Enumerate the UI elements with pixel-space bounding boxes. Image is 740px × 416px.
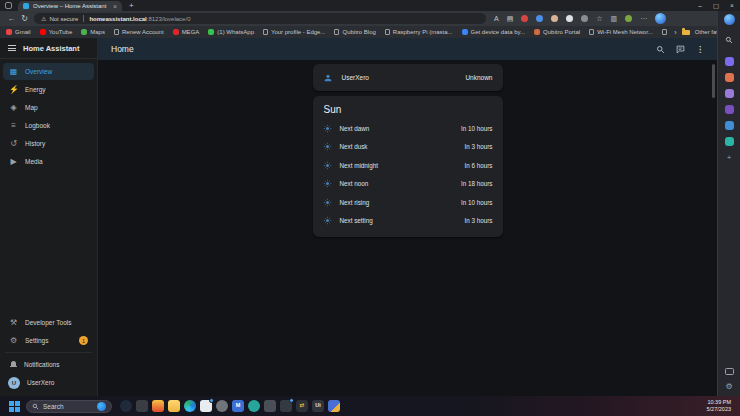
- sidebar-item[interactable]: ◈ Map: [3, 99, 94, 116]
- ha-sidebar-bottom: ⚒ Developer Tools ⚙ Settings 1 Notificat…: [0, 314, 97, 396]
- sidebar-app-icon[interactable]: [725, 73, 734, 82]
- sun-icon: [323, 216, 332, 225]
- divider: [5, 352, 92, 353]
- store-app[interactable]: [200, 400, 212, 412]
- bookmark[interactable]: Qubitro Blog: [334, 29, 375, 35]
- bookmark[interactable]: Get device data by...: [462, 29, 526, 35]
- extension-icon[interactable]: [521, 15, 528, 22]
- sidebar-item-notifications[interactable]: Notifications: [3, 356, 94, 373]
- sidebar-item-icon: ▶: [9, 157, 18, 166]
- copilot-sidebar-icon[interactable]: [724, 14, 735, 25]
- sidebar-item-user[interactable]: U UserXero: [3, 374, 94, 391]
- taskbar-search[interactable]: Search: [26, 400, 112, 413]
- phone-link-app[interactable]: [120, 400, 132, 412]
- profile-avatar[interactable]: [625, 15, 632, 22]
- file-explorer-app[interactable]: [168, 400, 180, 412]
- transfer-app[interactable]: ⇄: [296, 400, 308, 412]
- search-icon[interactable]: [656, 40, 665, 58]
- entity-row[interactable]: Next dawn In 10 hours: [323, 119, 493, 138]
- uipath-app[interactable]: Ui: [312, 400, 324, 412]
- bookmark[interactable]: YouTube: [40, 29, 73, 35]
- sidebar-item-developer-tools[interactable]: ⚒ Developer Tools: [3, 314, 94, 331]
- entity-row[interactable]: Next setting In 3 hours: [323, 212, 493, 231]
- address-bar[interactable]: ⚠ Not secure homeassistant.local :8123/l…: [34, 13, 486, 24]
- display-app[interactable]: [264, 400, 276, 412]
- widgets-app[interactable]: [136, 400, 148, 412]
- globe-app[interactable]: [248, 400, 260, 412]
- more-options-icon[interactable]: ⋯: [640, 15, 647, 23]
- capture-app[interactable]: [280, 400, 292, 412]
- close-button[interactable]: ×: [724, 0, 740, 11]
- entity-row[interactable]: Next noon In 18 hours: [323, 175, 493, 194]
- bookmark[interactable]: Raspberry Pi (masta...: [385, 29, 453, 35]
- menu-icon[interactable]: [8, 45, 16, 51]
- sidebar-item[interactable]: ▦ Overview: [3, 63, 94, 80]
- maximize-button[interactable]: ▢: [708, 0, 724, 11]
- bookmark[interactable]: Wi-Fi Mesh Networ...: [589, 29, 653, 35]
- bookmark[interactable]: Shipping - mStack...: [662, 29, 668, 35]
- bookmark-label: MEGA: [182, 29, 200, 35]
- bookmark-label: Raspberry Pi (masta...: [393, 29, 453, 35]
- collections-icon[interactable]: ▥: [611, 15, 618, 23]
- sidebar-app-icon[interactable]: [725, 105, 734, 114]
- scrollbar[interactable]: [712, 64, 715, 98]
- sidebar-add-button[interactable]: +: [727, 153, 732, 162]
- bookmark-site-icon: [40, 29, 46, 35]
- tab-title: Overview – Home Assistant: [33, 3, 110, 9]
- tab-actions-icon[interactable]: [5, 2, 12, 9]
- read-aloud-icon[interactable]: A: [494, 15, 499, 22]
- entity-row[interactable]: Next rising In 10 hours: [323, 193, 493, 212]
- entity-row[interactable]: Next midnight In 6 hours: [323, 156, 493, 175]
- taskbar-clock[interactable]: 10:39 PM 5/27/2023: [707, 399, 735, 413]
- bookmark-label: Get device data by...: [471, 29, 526, 35]
- bookmark[interactable]: Maps: [81, 29, 105, 35]
- bookmark[interactable]: Gmail: [6, 29, 31, 35]
- bookmark[interactable]: (1) WhatsApp: [208, 29, 254, 35]
- extension-icon[interactable]: [581, 15, 588, 22]
- sidebar-item-settings[interactable]: ⚙ Settings 1: [3, 332, 94, 349]
- code-app[interactable]: M: [232, 400, 244, 412]
- start-button[interactable]: [9, 401, 20, 412]
- flame-app[interactable]: [152, 400, 164, 412]
- sidebar-app-icon[interactable]: [725, 137, 734, 146]
- sidebar-bottom: ⚙: [725, 368, 734, 396]
- sidebar-app-icon[interactable]: [725, 57, 734, 66]
- browser-tab[interactable]: Overview – Home Assistant ×: [18, 1, 122, 11]
- tab-close-icon[interactable]: ×: [113, 3, 117, 10]
- extension-icon[interactable]: [566, 15, 573, 22]
- bookmark[interactable]: Qubitro Portal: [534, 29, 580, 35]
- home-assistant-favicon: [23, 3, 29, 9]
- bookmark[interactable]: MEGA: [173, 29, 200, 35]
- sidebar-app-icon[interactable]: [725, 121, 734, 130]
- favorites-icon[interactable]: ☆: [596, 15, 602, 23]
- security-label[interactable]: Not secure: [49, 16, 78, 22]
- save-page-icon[interactable]: ▤: [507, 15, 514, 23]
- sidebar-item[interactable]: ≡ Logbook: [3, 117, 94, 134]
- overflow-menu-icon[interactable]: ⋮: [696, 45, 704, 54]
- sidebar-item[interactable]: ▶ Media: [3, 153, 94, 170]
- back-icon[interactable]: ←: [5, 14, 18, 23]
- mail-app[interactable]: [328, 400, 340, 412]
- extension-icon[interactable]: [536, 15, 543, 22]
- person-entity-card[interactable]: UserXero Unknown: [313, 64, 503, 91]
- bookmark[interactable]: Renew Account: [114, 29, 164, 35]
- ha-nav: ▦ Overview ⚡ Energy ◈ Map ≡ Logbook: [0, 59, 97, 171]
- sidebar-layout-icon[interactable]: [725, 368, 734, 375]
- extension-icon[interactable]: [551, 15, 558, 22]
- sidebar-item[interactable]: ↺ History: [3, 135, 94, 152]
- entity-row[interactable]: Next dusk In 3 hours: [323, 138, 493, 157]
- new-tab-button[interactable]: +: [129, 1, 134, 10]
- sidebar-settings-icon[interactable]: ⚙: [725, 383, 732, 391]
- sidebar-item[interactable]: ⚡ Energy: [3, 81, 94, 98]
- refresh-icon[interactable]: ↻: [18, 14, 31, 23]
- edge-app[interactable]: [184, 400, 196, 412]
- assist-icon[interactable]: [676, 40, 685, 58]
- bookmark[interactable]: Your profile - Edge...: [263, 29, 325, 35]
- steam-app[interactable]: [216, 400, 228, 412]
- bookmark-site-icon: [81, 29, 87, 35]
- minimize-button[interactable]: –: [692, 0, 708, 11]
- sidebar-app-icon[interactable]: [725, 89, 734, 98]
- copilot-icon[interactable]: [655, 13, 666, 24]
- sidebar-search-icon[interactable]: [725, 30, 733, 48]
- bookmarks-overflow-icon[interactable]: ›: [674, 29, 676, 36]
